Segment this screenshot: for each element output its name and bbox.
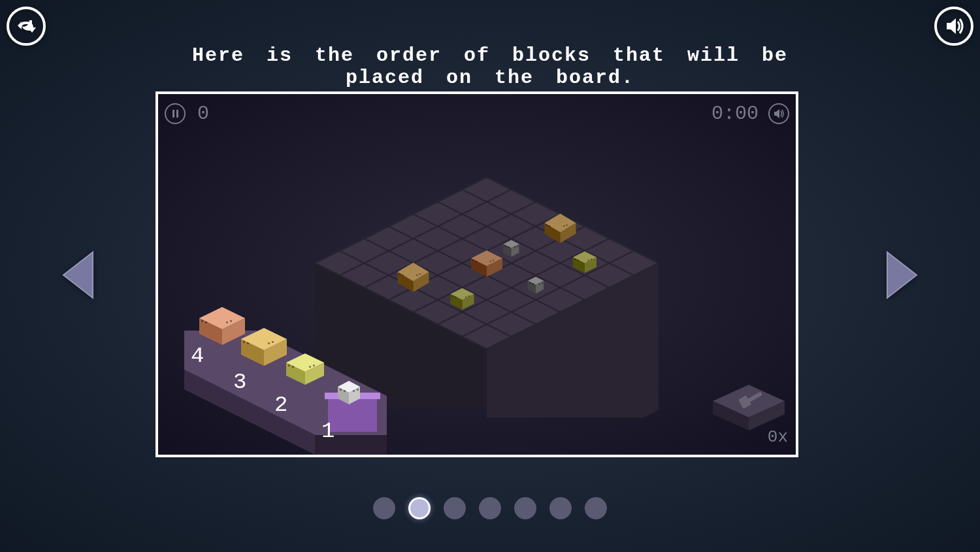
svg-rect-137 [268, 342, 270, 344]
svg-rect-95 [472, 260, 474, 261]
hud-sound-button[interactable] [768, 103, 789, 124]
svg-rect-77 [566, 225, 568, 226]
queue-label-3: 3 [233, 370, 246, 395]
score-display: 0 [197, 103, 209, 125]
svg-rect-82 [578, 260, 579, 261]
svg-rect-75 [549, 225, 550, 227]
svg-rect-135 [243, 341, 245, 343]
svg-rect-117 [455, 297, 456, 298]
svg-rect-109 [399, 274, 400, 275]
speaker-icon [943, 15, 965, 37]
nav-prev-button[interactable] [60, 249, 99, 304]
svg-rect-150 [344, 390, 346, 392]
sound-button[interactable] [934, 7, 973, 46]
svg-rect-119 [468, 295, 470, 297]
queue-label-4: 4 [191, 344, 204, 368]
svg-rect-98 [493, 260, 494, 261]
queue-label-2: 2 [274, 393, 287, 417]
page-dot-2[interactable] [408, 497, 431, 519]
nav-next-button[interactable] [881, 249, 920, 304]
svg-rect-149 [340, 389, 342, 391]
chevron-right-icon [881, 249, 920, 301]
svg-rect-130 [226, 321, 228, 323]
svg-rect-96 [476, 261, 477, 262]
svg-rect-144 [309, 366, 311, 368]
svg-rect-103 [532, 284, 534, 285]
svg-rect-110 [402, 274, 403, 276]
svg-rect-151 [353, 390, 355, 392]
timer-display: 0:00 [711, 103, 759, 125]
hammer-tool[interactable]: 0x [710, 382, 788, 447]
svg-rect-116 [452, 295, 453, 297]
svg-rect-97 [490, 261, 491, 262]
hammer-count: 0x [768, 427, 788, 447]
svg-rect-105 [542, 282, 543, 284]
svg-rect-76 [563, 225, 564, 227]
svg-rect-83 [588, 260, 589, 261]
svg-rect-84 [591, 259, 592, 260]
svg-rect-111 [416, 274, 417, 276]
svg-rect-89 [508, 246, 509, 248]
game-preview-frame: 0 0:00 [155, 91, 798, 457]
svg-marker-0 [63, 252, 93, 298]
queue-label-1: 1 [321, 419, 335, 444]
svg-rect-90 [514, 246, 515, 248]
svg-rect-152 [357, 389, 359, 391]
svg-rect-118 [465, 297, 466, 298]
svg-rect-136 [247, 342, 249, 344]
page-dot-1[interactable] [373, 497, 395, 519]
svg-rect-81 [574, 259, 576, 260]
svg-rect-112 [419, 274, 421, 275]
pause-button[interactable] [165, 103, 186, 124]
back-arrow-icon [15, 15, 37, 37]
hammer-icon [710, 382, 788, 434]
page-dot-5[interactable] [514, 497, 536, 519]
svg-rect-91 [517, 246, 519, 247]
svg-rect-104 [539, 284, 540, 285]
block-queue: 4 3 2 1 [178, 304, 406, 455]
queue-svg [178, 304, 406, 455]
svg-rect-142 [288, 365, 290, 366]
svg-rect-102 [529, 282, 531, 284]
svg-marker-1 [887, 252, 917, 298]
chevron-left-icon [60, 249, 99, 301]
page-dot-4[interactable] [479, 497, 501, 519]
svg-rect-74 [546, 225, 547, 226]
page-dot-7[interactable] [585, 497, 607, 519]
svg-rect-143 [292, 366, 294, 368]
svg-rect-145 [313, 365, 315, 366]
svg-rect-128 [201, 320, 203, 322]
pagination-dots [373, 497, 607, 519]
page-dot-3[interactable] [444, 497, 466, 519]
back-button[interactable] [7, 7, 46, 46]
svg-rect-131 [230, 320, 232, 322]
svg-rect-138 [272, 341, 274, 343]
page-dot-6[interactable] [549, 497, 572, 519]
svg-rect-129 [205, 321, 207, 323]
instruction-text: Here is the order of blocks that will be… [163, 44, 817, 89]
speaker-small-icon [773, 108, 785, 120]
svg-rect-88 [505, 246, 506, 247]
hud-top: 0 0:00 [165, 101, 789, 127]
